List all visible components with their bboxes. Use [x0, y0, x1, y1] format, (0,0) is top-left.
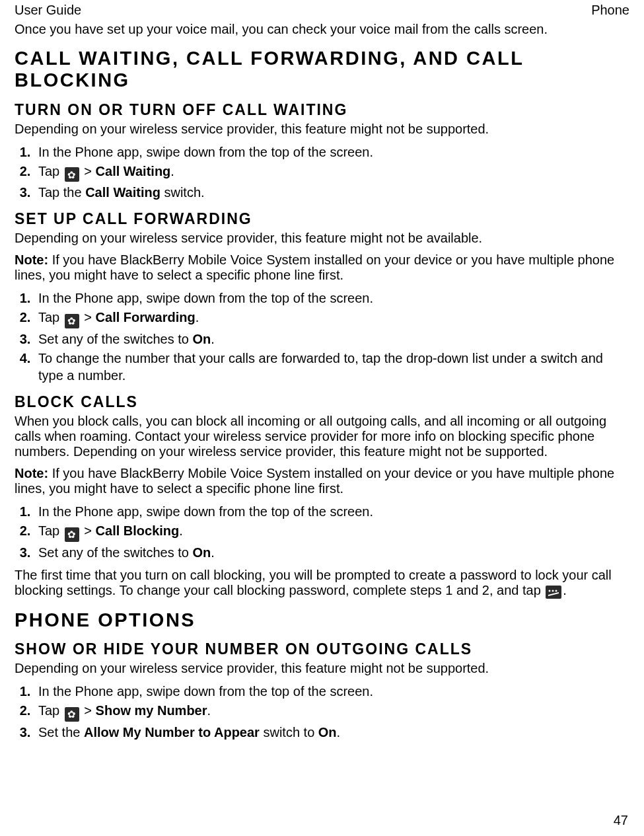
- password-icon: [546, 586, 561, 599]
- step-bold: Call Blocking: [96, 523, 180, 538]
- step-text: .: [207, 703, 211, 718]
- step-bold: Allow My Number to Appear: [84, 725, 260, 740]
- step-text: Tap: [38, 703, 63, 718]
- step-bold: On: [192, 545, 211, 560]
- step-text: Tap: [38, 523, 63, 538]
- paragraph-text: .: [563, 583, 567, 597]
- step-text: switch.: [161, 185, 205, 200]
- step-text: .: [211, 332, 215, 346]
- page: User Guide Phone Once you have set up yo…: [0, 0, 644, 836]
- step-text: .: [170, 164, 174, 178]
- step-item: Set the Allow My Number to Appear switch…: [34, 724, 629, 741]
- step-item: In the Phone app, swipe down from the to…: [34, 289, 629, 307]
- step-bold: Call Waiting: [96, 164, 171, 178]
- step-item: Set any of the switches to On.: [34, 544, 629, 561]
- svg-point-1: [552, 589, 554, 591]
- page-number: 47: [614, 813, 628, 828]
- step-text: >: [81, 703, 96, 718]
- heading-block-calls: Block calls: [15, 393, 629, 411]
- step-text: Tap: [38, 164, 63, 178]
- note-text: If you have BlackBerry Mobile Voice Syst…: [15, 252, 614, 282]
- settings-icon: ✿: [65, 314, 79, 328]
- steps-list: In the Phone app, swipe down from the to…: [15, 143, 629, 202]
- paragraph: Depending on your wireless service provi…: [15, 122, 629, 137]
- intro-paragraph: Once you have set up your voice mail, yo…: [15, 22, 629, 37]
- note-paragraph: Note: If you have BlackBerry Mobile Voic…: [15, 252, 629, 283]
- note-paragraph: Note: If you have BlackBerry Mobile Voic…: [15, 466, 629, 496]
- heading-show-hide-number: Show or hide your number on outgoing cal…: [15, 640, 629, 658]
- heading-call-waiting-forwarding-blocking: Call waiting, call forwarding, and call …: [15, 48, 629, 92]
- step-item: Set any of the switches to On.: [34, 330, 629, 348]
- step-text: >: [81, 523, 96, 538]
- step-item: Tap ✿ > Call Blocking.: [34, 522, 629, 542]
- step-text: >: [81, 164, 96, 178]
- paragraph: The first time that you turn on call blo…: [15, 568, 629, 599]
- steps-list: In the Phone app, swipe down from the to…: [15, 683, 629, 741]
- header-right: Phone: [591, 3, 629, 18]
- step-item: Tap ✿ > Call Forwarding.: [34, 309, 629, 328]
- note-label: Note:: [15, 466, 48, 480]
- paragraph: When you block calls, you can block all …: [15, 414, 629, 459]
- step-text: Set the: [38, 725, 84, 740]
- step-text: Set any of the switches to: [38, 545, 192, 560]
- heading-set-up-call-forwarding: Set up call forwarding: [15, 210, 629, 228]
- step-item: Tap the Call Waiting switch.: [34, 184, 629, 201]
- step-bold: Show my Number: [96, 703, 207, 718]
- steps-list: In the Phone app, swipe down from the to…: [15, 289, 629, 384]
- step-text: Set any of the switches to: [38, 332, 192, 346]
- step-text: Tap: [38, 310, 63, 324]
- note-text: If you have BlackBerry Mobile Voice Syst…: [15, 466, 614, 496]
- step-item: In the Phone app, swipe down from the to…: [34, 143, 629, 161]
- settings-icon: ✿: [65, 707, 79, 722]
- step-bold: Call Waiting: [85, 185, 161, 200]
- step-item: In the Phone app, swipe down from the to…: [34, 503, 629, 520]
- note-label: Note:: [15, 252, 48, 267]
- step-text: .: [196, 310, 199, 324]
- step-text: Tap the: [38, 185, 85, 200]
- step-bold: On: [318, 725, 337, 740]
- step-item: Tap ✿ > Show my Number.: [34, 702, 629, 722]
- steps-list: In the Phone app, swipe down from the to…: [15, 503, 629, 561]
- step-item: To change the number that your calls are…: [34, 350, 629, 384]
- page-header: User Guide Phone: [15, 0, 629, 18]
- step-text: switch to: [260, 725, 318, 740]
- step-text: >: [81, 310, 96, 324]
- paragraph: Depending on your wireless service provi…: [15, 661, 629, 676]
- step-item: In the Phone app, swipe down from the to…: [34, 683, 629, 700]
- svg-point-0: [549, 589, 551, 591]
- settings-icon: ✿: [65, 167, 79, 182]
- step-text: .: [211, 545, 215, 560]
- heading-phone-options: Phone options: [15, 609, 629, 631]
- settings-icon: ✿: [65, 527, 79, 542]
- step-bold: On: [192, 332, 211, 346]
- step-bold: Call Forwarding: [96, 310, 196, 324]
- paragraph-text: The first time that you turn on call blo…: [15, 568, 612, 597]
- paragraph: Depending on your wireless service provi…: [15, 231, 629, 246]
- svg-point-2: [555, 589, 557, 591]
- heading-turn-on-off-call-waiting: Turn on or turn off call waiting: [15, 101, 629, 119]
- step-item: Tap ✿ > Call Waiting.: [34, 163, 629, 182]
- header-left: User Guide: [15, 3, 81, 18]
- step-text: .: [337, 725, 341, 740]
- step-text: .: [179, 523, 183, 538]
